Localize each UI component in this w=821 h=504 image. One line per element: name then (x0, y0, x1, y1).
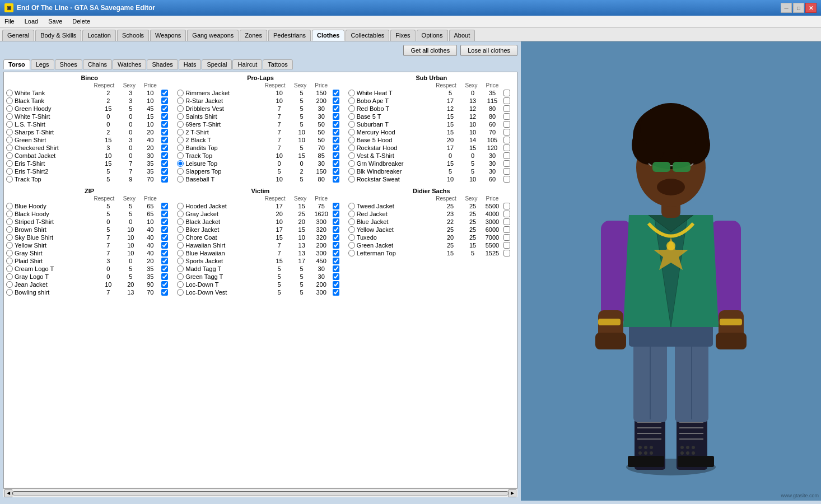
pl-2black-radio[interactable] (177, 137, 184, 143)
zip-blue-hoody-radio[interactable] (6, 203, 13, 209)
v-bluehawaiian-radio[interactable] (177, 250, 184, 256)
zip-yellow-check[interactable] (161, 242, 168, 249)
binco-black-tank-radio[interactable] (6, 97, 13, 104)
zip-jean-check[interactable] (161, 281, 168, 288)
binco-track-check[interactable] (161, 176, 168, 183)
su-whiteheat-check[interactable] (503, 90, 510, 96)
v-chore-radio[interactable] (177, 234, 184, 241)
binco-eris2-check[interactable] (161, 168, 168, 175)
menu-file[interactable]: File (2, 17, 17, 26)
v-sports-radio[interactable] (177, 258, 184, 264)
pl-leisure-check[interactable] (333, 160, 339, 167)
zip-jean-radio[interactable] (6, 281, 13, 288)
tab-options[interactable]: Options (417, 30, 448, 41)
pl-slappers-radio[interactable] (177, 168, 184, 175)
v-black-radio[interactable] (177, 218, 184, 225)
pl-leisure-radio[interactable] (177, 160, 184, 167)
menu-delete[interactable]: Delete (70, 17, 92, 26)
binco-white-tank-check[interactable] (161, 90, 168, 96)
v-sports-check[interactable] (333, 258, 339, 264)
binco-sharps-tshirt-radio[interactable] (6, 129, 13, 136)
inner-tab-haircut[interactable]: Haircut (232, 59, 262, 69)
ds-tweed-radio[interactable] (348, 203, 355, 209)
pl-2t-radio[interactable] (177, 129, 184, 136)
binco-eris2-radio[interactable] (6, 168, 13, 175)
binco-green-hoody-radio[interactable] (6, 105, 13, 112)
pl-rimmers-radio[interactable] (177, 90, 184, 96)
pl-baseball-radio[interactable] (177, 176, 184, 183)
zip-cream-radio[interactable] (6, 265, 13, 272)
binco-white-tshirt-radio[interactable] (6, 113, 13, 120)
minimize-button[interactable]: ─ (781, 3, 792, 13)
tab-weapons[interactable]: Weapons (150, 30, 186, 41)
binco-green-shirt-radio[interactable] (6, 137, 13, 143)
scroll-right-button[interactable]: ▶ (509, 489, 516, 497)
inner-tab-watches[interactable]: Watches (113, 59, 146, 69)
pl-dribblers-radio[interactable] (177, 105, 184, 112)
ds-tuxedo-check[interactable] (503, 234, 510, 241)
pl-baseball-check[interactable] (333, 176, 339, 183)
pl-track-radio[interactable] (177, 152, 184, 159)
maximize-button[interactable]: □ (793, 3, 804, 13)
close-button[interactable]: ✕ (805, 3, 817, 13)
binco-eris-check[interactable] (161, 160, 168, 167)
pl-track-check[interactable] (333, 152, 339, 159)
binco-ls-tshirt-radio[interactable] (6, 121, 13, 128)
zip-blue-hoody-check[interactable] (161, 203, 168, 209)
ds-letterman-radio[interactable] (348, 250, 355, 256)
tab-general[interactable]: General (2, 30, 34, 41)
su-blkwind-radio[interactable] (348, 168, 355, 175)
get-all-clothes-button[interactable]: Get all clothes (403, 45, 457, 56)
zip-striped-check[interactable] (161, 218, 168, 225)
inner-tab-hats[interactable]: Hats (179, 59, 202, 69)
zip-graylogo-radio[interactable] (6, 273, 13, 280)
menu-save[interactable]: Save (46, 17, 64, 26)
v-gray-radio[interactable] (177, 211, 184, 217)
su-rockstarsweat-check[interactable] (503, 176, 510, 183)
binco-eris-radio[interactable] (6, 160, 13, 167)
v-chore-check[interactable] (333, 234, 339, 241)
su-base5-radio[interactable] (348, 113, 355, 120)
su-vest-radio[interactable] (348, 152, 355, 159)
pl-69ers-check[interactable] (333, 121, 339, 128)
su-rockstarsweat-radio[interactable] (348, 176, 355, 183)
su-redbobo-radio[interactable] (348, 105, 355, 112)
zip-bowling-check[interactable] (161, 289, 168, 296)
v-hooded-check[interactable] (333, 203, 339, 209)
zip-plaid-check[interactable] (161, 258, 168, 264)
zip-cream-check[interactable] (161, 265, 168, 272)
binco-checkered-radio[interactable] (6, 144, 13, 151)
su-suburban-radio[interactable] (348, 121, 355, 128)
tab-gang-weapons[interactable]: Gang weapons (187, 30, 239, 41)
zip-gray-check[interactable] (161, 250, 168, 256)
zip-bowling-radio[interactable] (6, 289, 13, 296)
su-grnwind-radio[interactable] (348, 160, 355, 167)
ds-yellow-check[interactable] (503, 226, 510, 233)
v-green-radio[interactable] (177, 273, 184, 280)
binco-sharps-tshirt-check[interactable] (161, 129, 168, 136)
inner-tab-legs[interactable]: Legs (31, 59, 54, 69)
binco-ls-tshirt-check[interactable] (161, 121, 168, 128)
v-locdown-radio[interactable] (177, 281, 184, 288)
tab-zones[interactable]: Zones (240, 30, 267, 41)
binco-white-tshirt-check[interactable] (161, 113, 168, 120)
binco-green-hoody-check[interactable] (161, 105, 168, 112)
zip-brown-check[interactable] (161, 226, 168, 233)
ds-blue-radio[interactable] (348, 218, 355, 225)
zip-brown-radio[interactable] (6, 226, 13, 233)
v-madd-check[interactable] (333, 265, 339, 272)
v-green-check[interactable] (333, 273, 339, 280)
v-hawaiian-check[interactable] (333, 242, 339, 249)
tab-collectables[interactable]: Collectables (346, 30, 389, 41)
ds-tuxedo-radio[interactable] (348, 234, 355, 241)
pl-rimmers-check[interactable] (333, 90, 339, 96)
ds-red-check[interactable] (503, 211, 510, 217)
pl-bandits-check[interactable] (333, 144, 339, 151)
su-vest-check[interactable] (503, 152, 510, 159)
su-grnwind-check[interactable] (503, 160, 510, 167)
su-base5hood-check[interactable] (503, 137, 510, 143)
v-locdownvest-radio[interactable] (177, 289, 184, 296)
v-locdownvest-check[interactable] (333, 289, 339, 296)
pl-dribblers-check[interactable] (333, 105, 339, 112)
inner-tab-shades[interactable]: Shades (147, 59, 178, 69)
